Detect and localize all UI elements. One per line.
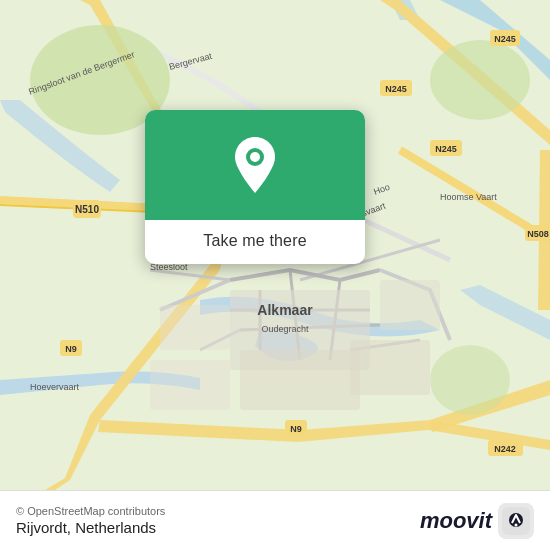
location-name: Rijvordt, Netherlands xyxy=(16,519,165,536)
svg-point-3 xyxy=(430,345,510,415)
bottom-bar: © OpenStreetMap contributors Rijvordt, N… xyxy=(0,490,550,550)
svg-text:Oudegracht: Oudegracht xyxy=(261,324,309,334)
svg-point-41 xyxy=(515,523,518,526)
svg-text:Hoomse Vaart: Hoomse Vaart xyxy=(440,192,497,202)
svg-rect-8 xyxy=(150,360,230,410)
moovit-logo: moovit xyxy=(420,503,534,539)
svg-text:Hoevervaart: Hoevervaart xyxy=(30,382,80,392)
svg-text:N242: N242 xyxy=(494,444,516,454)
bottom-left: © OpenStreetMap contributors Rijvordt, N… xyxy=(16,505,165,536)
map-container[interactable]: N510 N9 N9 N242 N508 N245 N245 N245 Ring… xyxy=(0,0,550,490)
svg-rect-5 xyxy=(240,350,360,410)
svg-rect-9 xyxy=(350,340,430,395)
popup-green-area xyxy=(145,110,365,220)
location-pin-icon xyxy=(231,135,279,195)
svg-rect-6 xyxy=(380,280,440,330)
popup-card: Take me there xyxy=(145,110,365,264)
svg-text:Alkmaar: Alkmaar xyxy=(257,302,313,318)
svg-point-38 xyxy=(250,152,260,162)
svg-text:N9: N9 xyxy=(290,424,302,434)
svg-rect-7 xyxy=(160,305,230,350)
svg-text:N510: N510 xyxy=(75,204,99,215)
svg-text:N508: N508 xyxy=(527,229,549,239)
svg-point-2 xyxy=(430,40,530,120)
moovit-icon xyxy=(498,503,534,539)
copyright-text: © OpenStreetMap contributors xyxy=(16,505,165,517)
popup-button-area[interactable]: Take me there xyxy=(145,220,365,264)
svg-text:N245: N245 xyxy=(494,34,516,44)
svg-text:N9: N9 xyxy=(65,344,77,354)
take-me-there-button[interactable]: Take me there xyxy=(203,232,306,250)
svg-text:N245: N245 xyxy=(385,84,407,94)
moovit-text: moovit xyxy=(420,508,492,534)
svg-text:N245: N245 xyxy=(435,144,457,154)
